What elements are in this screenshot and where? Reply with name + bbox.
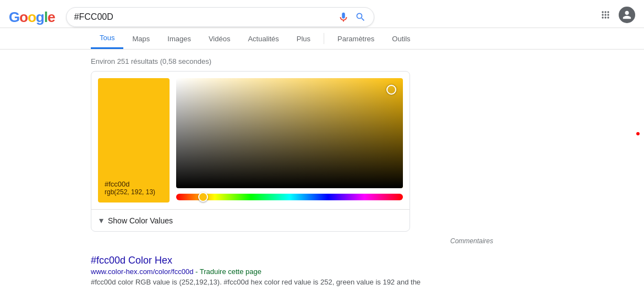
tab-plus[interactable]: Plus	[288, 29, 319, 48]
avatar[interactable]	[619, 7, 635, 23]
nav-divider	[324, 33, 324, 44]
search-icon[interactable]	[355, 12, 366, 23]
hue-handle[interactable]	[198, 192, 208, 202]
result-url-suffix: - Traduire cette page	[193, 267, 261, 276]
color-preview: #fcc00d rgb(252, 192, 13)	[98, 78, 170, 203]
color-picker-right	[176, 78, 403, 203]
hue-slider-container	[176, 194, 403, 203]
search-icons	[337, 11, 366, 23]
tab-images[interactable]: Images	[159, 29, 200, 48]
commentaires: Commentaires	[91, 236, 495, 249]
logo-e: e	[47, 9, 54, 25]
tab-maps[interactable]: Maps	[123, 29, 159, 48]
result-url-base: www.color-hex.com/color/	[91, 267, 172, 276]
logo-g: G	[9, 9, 19, 25]
show-color-values-label: Show Color Values	[108, 216, 173, 225]
show-color-values-row[interactable]: ▾ Show Color Values	[91, 209, 410, 231]
chevron-down-icon: ▾	[99, 215, 103, 226]
nav-tabs: Tous Maps Images Vidéos Actualités Plus …	[0, 28, 644, 50]
result-url-colored: fcc00d	[172, 267, 193, 276]
header: Google	[0, 0, 644, 28]
color-hex-label: #fcc00d	[105, 180, 163, 188]
google-logo: Google	[9, 9, 55, 26]
search-input[interactable]	[74, 12, 337, 22]
grid-icon[interactable]	[600, 9, 611, 20]
color-widget: #fcc00d rgb(252, 192, 13) ▾ Show Color V…	[91, 71, 410, 232]
main-content: Environ 251 résultats (0,58 secondes) #f…	[0, 50, 495, 290]
tab-tous[interactable]: Tous	[91, 28, 123, 49]
logo-o2: o	[28, 9, 36, 25]
color-gradient[interactable]	[176, 78, 403, 188]
logo-g2: g	[36, 9, 44, 25]
tab-videos[interactable]: Vidéos	[200, 29, 239, 48]
search-bar	[66, 7, 374, 27]
mic-icon[interactable]	[337, 11, 350, 23]
gradient-handle[interactable]	[386, 85, 396, 95]
hue-slider[interactable]	[176, 194, 403, 200]
tab-actualites[interactable]: Actualités	[239, 29, 287, 48]
color-widget-inner: #fcc00d rgb(252, 192, 13)	[91, 72, 410, 209]
result-title[interactable]: #fcc00d Color Hex	[91, 255, 172, 266]
logo-o1: o	[19, 9, 28, 25]
color-rgb-label: rgb(252, 192, 13)	[105, 188, 163, 196]
result-description: #fcc00d color RGB value is (252,192,13).…	[91, 277, 421, 290]
tab-outils[interactable]: Outils	[383, 29, 419, 48]
result-url: www.color-hex.com/color/fcc00d - Traduir…	[91, 267, 495, 276]
red-dot	[636, 132, 640, 135]
tab-parametres[interactable]: Paramètres	[329, 29, 383, 48]
results-count: Environ 251 résultats (0,58 secondes)	[91, 54, 495, 71]
search-result: #fcc00d Color Hex www.color-hex.com/colo…	[91, 255, 495, 290]
header-right	[600, 7, 635, 28]
